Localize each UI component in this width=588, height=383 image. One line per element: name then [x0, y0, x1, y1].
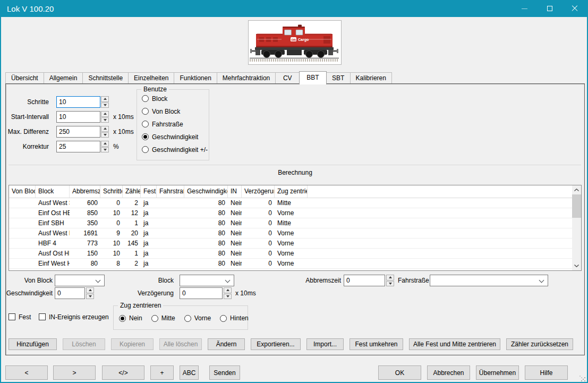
korrektur-input[interactable]	[56, 141, 100, 152]
table-row[interactable]: HBF 477310145ja80Nein0Vorne	[9, 239, 581, 249]
minimize-button[interactable]	[512, 0, 537, 17]
column-header-in[interactable]: IN	[228, 185, 242, 198]
table-cell-filler	[308, 208, 581, 218]
schritte-spinner[interactable]	[101, 96, 109, 108]
l-schen-button[interactable]: Löschen	[63, 338, 105, 350]
radio-icon[interactable]	[142, 95, 149, 102]
table-scrollbar[interactable]	[572, 185, 581, 270]
radio-icon[interactable]	[220, 315, 227, 322]
plus-button[interactable]: +	[150, 365, 174, 380]
next-button[interactable]: >	[53, 365, 96, 380]
zug-zentrieren-radio-mitte[interactable]: Mitte	[151, 314, 175, 322]
tab-allgemein[interactable]: Allgemein	[44, 72, 83, 83]
column-header-geschwindigkeit[interactable]: Geschwindigkeit	[184, 185, 228, 198]
table-cell: 0	[242, 249, 275, 258]
von-block-combobox[interactable]	[55, 275, 105, 286]
column-header-block[interactable]: Block	[36, 185, 70, 198]
table-row[interactable]: Einf SBH35001ja80Nein0Mitte	[9, 218, 581, 228]
zug-zentrieren-radio-hinten[interactable]: Hinten	[220, 314, 249, 322]
table-row[interactable]: Einf West HBF8082ja80Nein0Vorne	[9, 259, 581, 269]
prev-button[interactable]: <	[5, 365, 48, 380]
table-row[interactable]: Einf Ost HBF8501012ja80Nein0Vorne	[9, 208, 581, 218]
radio-label: Von Block	[152, 108, 180, 115]
hinzuf-gen-button[interactable]: Hinzufügen	[8, 338, 57, 350]
kopieren-button[interactable]: Kopieren	[111, 338, 154, 350]
verzoegerung-input[interactable]	[180, 287, 223, 299]
tab-schnittstelle[interactable]: Schnittstelle	[82, 72, 129, 83]
alle-l-schen-button[interactable]: Alle löschen	[159, 338, 202, 350]
column-header-schritte[interactable]: Schritte	[100, 185, 123, 198]
hilfe-button[interactable]: Hilfe	[525, 365, 568, 380]
table-row[interactable]: Ausf West HBF1691920ja80Nein0Vorne	[9, 228, 581, 239]
column-header-z-hler[interactable]: Zähler	[123, 185, 141, 198]
benutze-radio-von-block[interactable]: Von Block	[142, 107, 209, 115]
abbrechen-button[interactable]: Abbrechen	[427, 365, 470, 380]
tab-bbt[interactable]: BBT	[299, 71, 326, 84]
benutze-radio-geschwindigkeit[interactable]: Geschwindigkeit +/-	[142, 146, 209, 154]
start-intervall-spinner[interactable]	[101, 111, 109, 123]
column-header-zug-zentrie[interactable]: Zug zentrie...	[275, 185, 308, 198]
tab-sbt[interactable]: SBT	[326, 72, 351, 83]
maximize-button[interactable]	[537, 0, 562, 17]
fest-checkbox-box[interactable]	[8, 313, 15, 320]
tab-bersicht[interactable]: Übersicht	[5, 72, 44, 83]
radio-icon[interactable]	[142, 146, 149, 153]
verzoegerung-spinner[interactable]	[224, 287, 232, 299]
column-header-abbremszeit[interactable]: Abbremszeit	[70, 185, 100, 198]
abbremszeit-spinner[interactable]	[386, 275, 394, 286]
import-button[interactable]: Import...	[306, 338, 344, 350]
bernehmen-button[interactable]: Übernehmen	[476, 365, 519, 380]
table-cell	[9, 218, 36, 228]
korrektur-spinner[interactable]	[101, 141, 109, 152]
code-button[interactable]: </>	[102, 365, 144, 380]
z-hler-zur-cksetzen-button[interactable]: Zähler zurücksetzen	[506, 338, 573, 350]
exportieren-button[interactable]: Exportieren...	[251, 338, 301, 350]
ok-button[interactable]: OK	[378, 365, 421, 380]
tab-mehrfachtraktion[interactable]: Mehrfachtraktion	[217, 72, 276, 83]
benutze-radio-geschwindigkeit[interactable]: Geschwindigkeit	[142, 133, 209, 141]
tab-cv[interactable]: CV	[275, 72, 300, 83]
radio-icon[interactable]	[142, 108, 149, 115]
table-row[interactable]: Ausf Ost HBF150101ja80Nein0Vorne	[9, 249, 581, 259]
schritte-input[interactable]	[56, 96, 100, 108]
radio-icon[interactable]	[119, 315, 126, 322]
abbremszeit-input[interactable]	[344, 275, 385, 286]
radio-icon[interactable]	[151, 315, 158, 322]
max-differenz-spinner[interactable]	[101, 126, 109, 138]
resize-grip[interactable]	[584, 380, 585, 381]
senden-button[interactable]: Senden	[209, 365, 240, 380]
column-header-von-block[interactable]: Von Block	[9, 185, 36, 198]
abc-button[interactable]: ABC	[180, 365, 199, 380]
alle-fest-und-mitte-zentrieren-button[interactable]: Alle Fest und Mitte zentrieren	[409, 338, 500, 350]
fahrstrasse-combobox[interactable]	[430, 275, 548, 286]
geschwindigkeit-spinner[interactable]	[86, 287, 94, 299]
tab-einzelheiten[interactable]: Einzelheiten	[128, 72, 174, 83]
close-button[interactable]	[562, 0, 587, 17]
start-intervall-input[interactable]	[56, 111, 100, 123]
tab-kalibrieren[interactable]: Kalibrieren	[350, 72, 392, 83]
fest-checkbox[interactable]: Fest	[8, 313, 31, 321]
column-header-fahrstra-e[interactable]: Fahrstraße	[157, 185, 184, 198]
radio-icon[interactable]	[142, 133, 149, 140]
benutze-radio-fahrstra-e[interactable]: Fahrstraße	[142, 120, 209, 128]
block-combobox[interactable]	[180, 275, 234, 286]
radio-icon[interactable]	[184, 315, 191, 322]
table-row[interactable]: Ausf West SBH60002ja80Nein0Mitte	[9, 198, 581, 208]
radio-icon[interactable]	[142, 121, 149, 127]
scroll-down-button[interactable]	[572, 261, 581, 270]
fest-umkehren-button[interactable]: Fest umkehren	[350, 338, 403, 350]
zug-zentrieren-radio-vorne[interactable]: Vorne	[184, 314, 211, 322]
in-ereignis-checkbox[interactable]: IN-Ereignis erzeugen	[39, 313, 109, 321]
column-header-verz-gerung[interactable]: Verzögerung	[242, 185, 275, 198]
scrollbar-thumb[interactable]	[572, 194, 581, 218]
zug-zentrieren-radio-nein[interactable]: Nein	[119, 314, 142, 322]
in-ereignis-checkbox-box[interactable]	[39, 313, 46, 320]
benutze-radio-block[interactable]: Block	[142, 95, 209, 103]
column-header-fest[interactable]: Fest	[141, 185, 157, 198]
scroll-up-button[interactable]	[572, 185, 581, 194]
von-block-label: Von Block	[6, 275, 53, 286]
ndern-button[interactable]: Ändern	[208, 338, 245, 350]
max-differenz-input[interactable]	[56, 126, 100, 138]
geschwindigkeit-input[interactable]	[55, 287, 85, 299]
tab-funktionen[interactable]: Funktionen	[174, 72, 217, 83]
